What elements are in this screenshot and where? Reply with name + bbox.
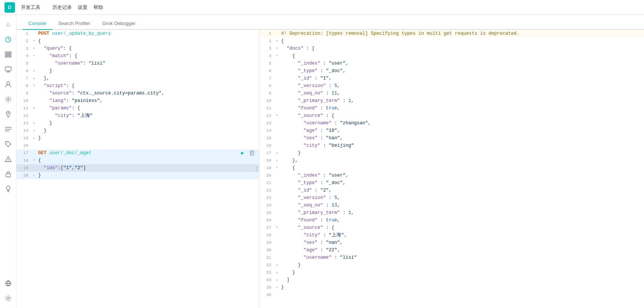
sidebar-icon-home[interactable]: ⌂ [1,18,15,31]
right-pane: 1 #! Deprecation: [types removal] Specif… [259,30,644,308]
sidebar-icon-monitor[interactable] [1,63,15,76]
right-code-line-28: 28 "city" : "上海", [259,231,644,239]
code-line-15: 15 ▴ } [16,134,259,142]
right-code-line-19: 19 ▾ { [259,164,644,172]
nav-help[interactable]: 帮助 [93,3,103,12]
main-layout: ⌂ [0,15,644,308]
sidebar-icon-tag[interactable] [1,137,15,151]
code-line-10: 10 "lang": "painless", [16,97,259,105]
right-code-line-33: 33 ▴ } [259,269,644,276]
top-bar: D 开发工具 历史记录 设置 帮助 [0,0,644,15]
svg-rect-1 [5,52,11,53]
right-code-line-26: 26 "found" : true, [259,217,644,224]
tab-search-profiler[interactable]: Search Profiler [52,18,96,30]
sidebar-icon-network[interactable] [1,277,15,290]
sidebar-icon-stack[interactable] [1,48,15,61]
svg-rect-9 [6,174,10,177]
code-line-7: 7 ▴ }, [16,75,259,82]
right-code-line-22: 22 "_id" : "2", [259,187,644,194]
code-line-18: 18 ▾ { [16,157,259,164]
code-line-4: 4 ▾ "match": { [16,52,259,60]
right-code-line-30: 30 "age" : "22", [259,246,644,254]
right-code-line-10: 10 "_primary_term" : 1, [259,97,644,105]
right-code-line-13: 13 "username" : "zhangsan", [259,119,644,127]
code-line-5: 5 "username": "lisi" [16,60,259,67]
right-code-line-15: 15 "sex" : "nan", [259,134,644,142]
sidebar-icon-settings[interactable] [1,292,15,305]
code-line-17: 17 GET user/_doc/_mget ▶ [16,149,259,157]
nav-history[interactable]: 历史记录 [52,3,72,12]
sidebar-icon-bulb[interactable] [1,182,15,196]
sidebar-icon-list[interactable] [1,122,15,136]
svg-rect-3 [5,56,11,57]
sidebar-icon-map[interactable] [1,108,15,121]
right-code-line-11: 11 "found" : true, [259,105,644,112]
right-code-line-3: 3 ▾ "docs" : [ [259,45,644,52]
svg-point-5 [7,82,10,85]
sidebar-icon-chart[interactable] [1,33,15,46]
right-code-line-8: 8 "_version" : 5, [259,82,644,90]
right-code-line-23: 23 "_version" : 5, [259,194,644,202]
code-line-20: 20 ▴ } [16,172,259,179]
right-code-line-12: 12 ▾ "_source" : { [259,112,644,119]
run-button[interactable]: ▶ [239,149,246,157]
right-code-line-4: 4 ▾ { [259,52,644,60]
svg-rect-4 [5,67,11,71]
copy-button[interactable] [249,149,256,157]
resize-handle[interactable] [255,164,258,174]
right-code-line-29: 29 "sex" : "nan", [259,239,644,246]
right-code-line-31: 31 "username" : "lisi" [259,254,644,261]
tab-bar: Console Search Profiler Grok Debugger [16,15,644,30]
right-code-line-16: 16 "city" : "beijing" [259,142,644,149]
right-code-line-21: 21 "_type" : "_doc", [259,179,644,187]
right-code-line-27: 27 ▾ "_source" : { [259,224,644,231]
top-nav: 历史记录 设置 帮助 [52,3,103,12]
content-area: Console Search Profiler Grok Debugger 1 … [16,15,644,308]
code-line-3: 3 ▾ "query": { [16,45,259,52]
app-logo: D [4,2,15,13]
right-code-line-20: 20 "_index" : "user", [259,172,644,179]
right-code-line-5: 5 "_index" : "user", [259,60,644,67]
left-pane: 1 POST user/_update_by_query 2 ▾ { 3 ▾ "… [16,30,259,308]
sidebar-icon-user[interactable] [1,78,15,91]
svg-point-8 [7,143,7,143]
right-code-line-32: 32 ▴ } [259,261,644,269]
nav-settings[interactable]: 设置 [78,3,87,12]
tab-grok-debugger[interactable]: Grok Debugger [96,18,142,30]
right-code-line-7: 7 "_id" : "1", [259,75,644,82]
code-line-11: 11 ▾ "params": { [16,105,259,112]
right-code-line-1: 1 #! Deprecation: [types removal] Specif… [259,30,644,37]
editor-area: 1 POST user/_update_by_query 2 ▾ { 3 ▾ "… [16,30,644,308]
svg-rect-12 [252,151,254,153]
code-line-2: 2 ▾ { [16,37,259,45]
sidebar-icon-gear-small[interactable] [1,93,15,106]
code-line-13: 13 ▴ } [16,119,259,127]
right-code-line-17: 17 ▴ } [259,149,644,157]
right-code-line-24: 24 "_seq_no" : 13, [259,202,644,209]
code-line-6: 6 ▴ } [16,67,259,75]
right-code-line-34: 34 ▴ ] [259,276,644,284]
sidebar-icon-lock[interactable] [1,167,15,181]
app-title: 开发工具 [21,4,40,11]
svg-point-7 [7,113,9,114]
right-code-line-9: 9 "_seq_no" : 11, [259,90,644,97]
svg-rect-2 [5,54,11,55]
svg-point-11 [7,298,9,299]
code-line-12: 12 "city": "上海" [16,112,259,119]
right-code-line-25: 25 "_primary_term" : 1, [259,209,644,217]
right-code-line-36: 36 [259,291,644,299]
code-line-19: 19 "ids":["1","2"] [16,164,259,172]
right-code-line-2: 2 ▾ { [259,37,644,45]
tab-console[interactable]: Console [22,18,52,30]
svg-point-6 [7,99,9,100]
right-code-line-6: 6 "_type" : "_doc", [259,67,644,75]
right-code-line-35: 35 ▴ } [259,284,644,291]
right-code-line-18: 18 ▴ }, [259,157,644,164]
code-line-16: 16 [16,142,259,149]
code-line-14: 14 ▴ } [16,127,259,134]
code-line-8: 8 ▾ "script": { [16,82,259,90]
sidebar: ⌂ [0,15,16,308]
code-line-1: 1 POST user/_update_by_query [16,30,259,37]
sidebar-icon-alert[interactable] [1,152,15,166]
line-actions: ▶ [239,149,256,157]
